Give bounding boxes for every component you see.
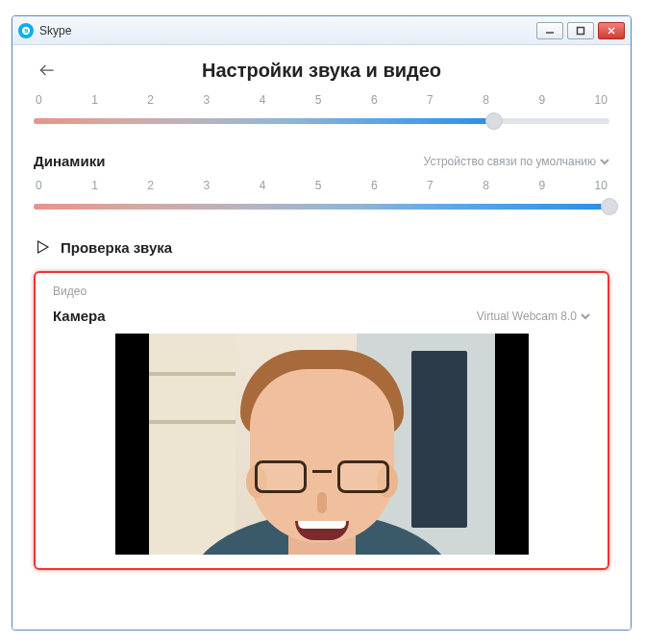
minimize-button[interactable] — [536, 22, 563, 39]
tick: 4 — [260, 93, 266, 107]
mic-slider: 0 1 2 3 4 5 6 7 8 9 10 — [34, 93, 609, 132]
tick: 10 — [595, 93, 608, 107]
tick: 8 — [483, 93, 489, 107]
speakers-device-dropdown[interactable]: Устройство связи по умолчанию — [424, 155, 609, 168]
titlebar: Skype — [12, 16, 631, 45]
speakers-track[interactable] — [34, 194, 609, 217]
svg-rect-1 — [578, 27, 584, 34]
tick: 5 — [315, 93, 322, 107]
skype-icon — [18, 23, 34, 38]
tick: 7 — [427, 179, 434, 192]
tick: 9 — [538, 179, 545, 192]
play-icon — [34, 238, 51, 256]
chevron-down-icon — [581, 311, 590, 321]
speakers-slider: 0 1 2 3 4 5 6 7 8 9 10 — [34, 179, 609, 217]
tick: 2 — [147, 93, 154, 107]
header-row: Настройки звука и видео — [34, 57, 609, 84]
tick: 1 — [91, 93, 98, 107]
tick: 0 — [36, 179, 42, 192]
tick: 0 — [36, 93, 42, 107]
tick: 6 — [371, 93, 378, 107]
mic-track[interactable] — [34, 109, 609, 132]
tick: 4 — [260, 179, 266, 192]
tick: 9 — [538, 93, 545, 107]
page-title: Настройки звука и видео — [61, 60, 583, 82]
speakers-label: Динамики — [34, 153, 105, 169]
window-controls — [536, 22, 625, 39]
speakers-thumb[interactable] — [601, 198, 618, 215]
tick: 10 — [595, 179, 608, 192]
back-button[interactable] — [34, 57, 61, 84]
chevron-down-icon — [600, 157, 609, 166]
video-heading: Видео — [53, 285, 590, 298]
tick: 1 — [91, 179, 98, 192]
speakers-ticks: 0 1 2 3 4 5 6 7 8 9 10 — [34, 179, 609, 192]
client-area: Настройки звука и видео 0 1 2 3 4 5 6 7 … — [12, 45, 631, 630]
camera-device: Virtual Webcam 8.0 — [477, 310, 577, 323]
tick: 7 — [427, 93, 434, 107]
camera-device-dropdown[interactable]: Virtual Webcam 8.0 — [477, 310, 590, 323]
mic-thumb[interactable] — [485, 112, 503, 130]
mic-ticks: 0 1 2 3 4 5 6 7 8 9 10 — [34, 93, 609, 107]
close-button[interactable] — [598, 22, 625, 39]
tick: 3 — [203, 179, 210, 192]
maximize-button[interactable] — [567, 22, 594, 39]
test-sound-button[interactable]: Проверка звука — [34, 238, 609, 256]
tick: 6 — [371, 179, 378, 192]
speakers-row: Динамики Устройство связи по умолчанию — [34, 153, 609, 169]
speakers-device: Устройство связи по умолчанию — [424, 155, 596, 168]
tick: 2 — [147, 179, 154, 192]
camera-preview — [115, 334, 529, 555]
tick: 5 — [315, 179, 322, 192]
video-section: Видео Камера Virtual Webcam 8.0 — [34, 271, 609, 570]
window-title: Skype — [39, 24, 71, 37]
svg-marker-5 — [38, 241, 49, 253]
test-sound-label: Проверка звука — [61, 239, 172, 256]
camera-row: Камера Virtual Webcam 8.0 — [53, 308, 590, 324]
tick: 8 — [483, 179, 489, 192]
camera-label: Камера — [53, 308, 106, 324]
app-window: Skype Настройки звука и видео 0 1 2 3 4 … — [12, 15, 632, 631]
tick: 3 — [203, 93, 210, 107]
